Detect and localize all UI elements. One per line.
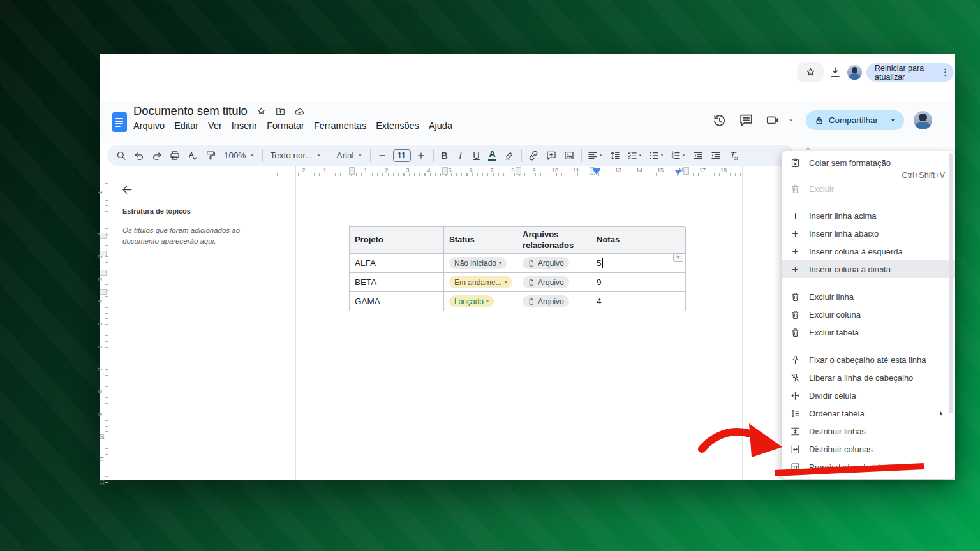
menu-item-excluir-coluna[interactable]: Excluir coluna [782,305,955,323]
chevron-down-icon[interactable] [787,116,795,124]
menu-item-distribuir-colunas[interactable]: Distribuir colunas [782,440,955,458]
text-color-icon[interactable]: A [485,147,500,164]
indent-marker[interactable] [593,170,600,175]
line-spacing-icon[interactable] [607,147,624,164]
table-cell-status[interactable]: Não iniciado▾ [444,254,517,273]
google-docs-logo[interactable] [112,112,127,132]
menu-item-fixar-o-cabe-alho-at-esta-linha[interactable]: Fixar o cabeçalho até esta linha [782,351,955,369]
insert-image-icon[interactable] [561,147,578,164]
menu-ajuda[interactable]: Ajuda [429,121,452,131]
table-row-handle[interactable] [100,289,107,295]
table-cell-status[interactable]: Em andame...▾ [444,273,517,292]
italic-icon[interactable]: I [453,147,468,164]
menu-item-liberar-a-linha-de-cabe-alho[interactable]: Liberar a linha de cabeçalho [782,369,955,386]
share-button[interactable]: Compartilhar [806,110,904,130]
version-history-icon[interactable] [711,112,727,128]
menu-item-inserir-coluna-esquerda[interactable]: Inserir coluna à esquerda [782,242,955,260]
file-chip[interactable]: Arquivo [523,257,569,269]
menu-editar[interactable]: Editar [174,121,198,131]
add-comment-icon[interactable] [543,147,560,164]
paint-format-icon[interactable] [202,147,219,164]
file-chip[interactable]: Arquivo [523,276,569,288]
table-column-handle[interactable] [349,167,355,175]
highlight-color-icon[interactable] [501,147,518,164]
table-cell-projeto[interactable]: ALFA [350,254,444,273]
comments-icon[interactable] [738,112,754,128]
table-header-cell[interactable]: Arquivos relacionados [517,227,591,254]
font-select[interactable]: Arial [332,147,367,164]
table-row-menu-button[interactable] [673,253,683,262]
table-cell-notas[interactable]: 5 [591,254,686,273]
status-dropdown-chip[interactable]: Não iniciado▾ [449,257,507,269]
menu-ferramentas[interactable]: Ferramentas [314,121,366,131]
status-dropdown-chip[interactable]: Lançado▾ [449,295,494,307]
document-saved-icon[interactable] [294,106,305,117]
undo-icon[interactable] [130,147,147,164]
menu-item-dividir-c-lula[interactable]: Dividir célula [782,386,955,404]
table-cell-projeto[interactable]: BETA [350,273,444,292]
table-cell-notas[interactable]: 9 [591,273,686,292]
styles-select[interactable]: Texto nor... [266,147,325,164]
menu-arquivo[interactable]: Arquivo [133,121,165,131]
kebab-menu-icon[interactable] [940,67,951,78]
table-column-handle[interactable] [516,167,521,175]
menu-extensões[interactable]: Extensões [376,121,419,131]
search-icon[interactable] [112,147,130,164]
menu-item-excluir-tabela[interactable]: Excluir tabela [782,323,955,341]
table-column-handle[interactable] [442,167,448,175]
numbered-list-icon[interactable]: 123 [668,147,689,164]
checklist-icon[interactable] [625,147,646,164]
restart-to-update-button[interactable]: Reiniciar para atualizar [866,63,954,82]
table-header-cell[interactable]: Notas [591,227,686,254]
increase-font-size-icon[interactable] [413,147,430,164]
menu-item-inserir-linha-abaixo[interactable]: Inserir linha abaixo [782,224,955,242]
underline-icon[interactable]: U [469,147,484,164]
clear-formatting-icon[interactable] [725,147,743,164]
vertical-ruler[interactable]: 1123456789101112 [100,177,108,480]
menu-item-distribuir-linhas[interactable]: Distribuir linhas [782,422,955,440]
bookmark-star-button[interactable] [797,62,824,82]
decrease-font-size-icon[interactable] [374,147,391,164]
table-column-handle[interactable] [683,167,689,175]
font-size-input[interactable]: 11 [393,149,411,162]
menu-item-excluir-linha[interactable]: Excluir linha [782,288,955,305]
menu-item-colar-sem-formata-o[interactable]: Colar sem formatação [782,154,955,171]
move-document-icon[interactable] [275,106,286,117]
menu-formatar[interactable]: Formatar [267,121,304,131]
document-title[interactable]: Documento sem titulo [133,104,248,118]
redo-icon[interactable] [148,147,165,164]
table-cell-arquivos[interactable]: Arquivo [517,292,591,311]
spellcheck-icon[interactable] [184,147,201,164]
menu-inserir[interactable]: Inserir [232,121,257,131]
decrease-indent-icon[interactable] [690,147,707,164]
table-cell-status[interactable]: Lançado▾ [444,292,517,311]
download-icon[interactable] [828,65,842,79]
table-row-handle[interactable] [100,251,107,256]
insert-link-icon[interactable] [525,147,542,164]
context-menu-scrollbar[interactable] [949,153,953,413]
zoom-select[interactable]: 100% [219,147,259,164]
table-cell-notas[interactable]: 4 [591,292,686,311]
table-header-cell[interactable]: Projeto [350,227,444,254]
document-table[interactable]: ProjetoStatusArquivos relacionadosNotasA… [349,226,685,311]
bold-icon[interactable]: B [437,147,452,164]
table-cell-arquivos[interactable]: Arquivo [517,254,591,273]
menu-item-inserir-coluna-direita[interactable]: Inserir coluna à direita [782,260,955,278]
profile-avatar-small[interactable] [847,65,862,80]
share-dropdown-icon[interactable] [888,115,898,125]
profile-avatar[interactable] [914,111,932,129]
table-row-handle[interactable] [100,270,107,276]
table-cell-arquivos[interactable]: Arquivo [517,273,591,292]
menu-ver[interactable]: Ver [208,121,222,131]
status-dropdown-chip[interactable]: Em andame...▾ [449,276,512,288]
file-chip[interactable]: Arquivo [523,295,569,307]
table-header-cell[interactable]: Status [444,227,517,254]
table-cell-projeto[interactable]: GAMA [350,292,444,311]
indent-marker[interactable] [675,170,681,175]
menu-item-propriedades-da-tabela[interactable]: Propriedades da tabela [782,458,955,476]
align-icon[interactable] [585,147,606,164]
menu-item-ordenar-tabela[interactable]: Ordenar tabela [782,404,955,422]
print-icon[interactable] [166,147,183,164]
table-row-handle[interactable] [100,233,107,239]
meet-icon[interactable] [765,112,781,128]
